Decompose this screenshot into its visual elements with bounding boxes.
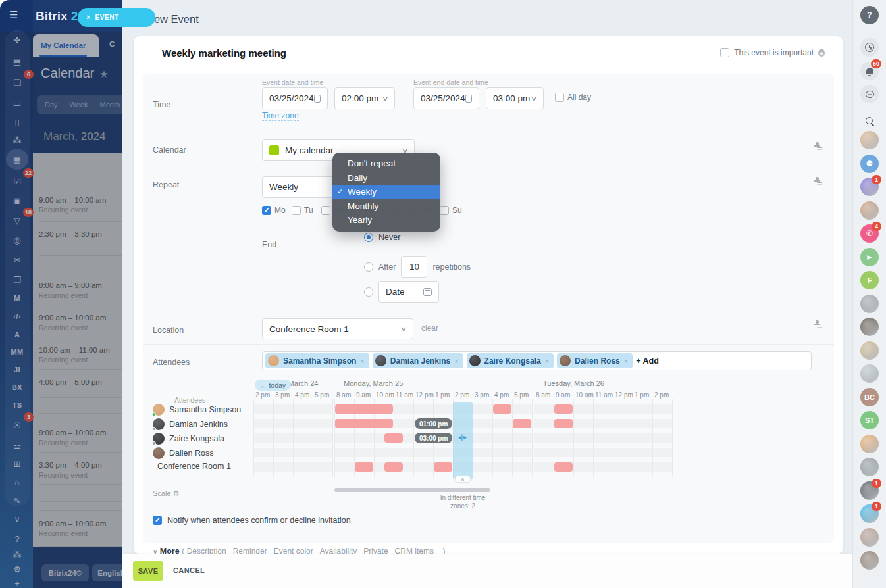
chat-icon[interactable] bbox=[860, 85, 879, 103]
selected-time-band[interactable] bbox=[453, 402, 473, 479]
avatar[interactable]: ⚉ bbox=[860, 155, 879, 173]
clock-icon[interactable] bbox=[860, 38, 879, 57]
avatar[interactable] bbox=[860, 341, 879, 360]
rail-item-tasks[interactable]: ☑22 bbox=[6, 172, 28, 189]
tab-my-calendar[interactable]: My Calendar bbox=[33, 34, 99, 57]
rail-item-sites[interactable]: ⌂ bbox=[6, 474, 28, 491]
avatar[interactable]: 1 bbox=[860, 504, 879, 523]
more-field-link[interactable]: Availability bbox=[320, 547, 357, 554]
rail-item-store[interactable]: ⊞ bbox=[6, 455, 28, 472]
avatar[interactable] bbox=[860, 458, 879, 476]
rail-item-workspace-mm[interactable]: MM bbox=[6, 343, 28, 360]
end-time-select[interactable]: 03:00 pm∨ bbox=[486, 87, 544, 109]
pin-icon[interactable] bbox=[814, 320, 821, 329]
repeat-option-daily[interactable]: Daily bbox=[332, 171, 440, 185]
important-checkbox[interactable] bbox=[720, 48, 729, 57]
weekday-mo[interactable]: Mo bbox=[262, 206, 286, 215]
scheduler-scrollbar[interactable] bbox=[334, 488, 490, 492]
rail-item-help[interactable]: ? bbox=[6, 530, 28, 547]
repeat-option-monthly[interactable]: Monthly bbox=[332, 199, 440, 214]
avatar-st[interactable]: ST bbox=[860, 411, 879, 429]
tab-company-calendar[interactable]: C bbox=[109, 40, 115, 48]
scale-control[interactable]: Scale ⚙ bbox=[153, 489, 179, 498]
rail-item-workspace-ts[interactable]: TS bbox=[6, 397, 28, 414]
attendee-chip[interactable]: Zaire Kongsala× bbox=[467, 353, 554, 368]
rail-item-feed[interactable]: ✣ bbox=[6, 32, 28, 49]
rail-item-sign[interactable]: ✎ bbox=[6, 492, 28, 509]
weekday-su[interactable]: Su bbox=[440, 206, 462, 215]
avatar[interactable] bbox=[860, 364, 879, 383]
agenda-event[interactable]: 8:00 am – 9:00 amRecurring event bbox=[39, 282, 118, 299]
attendee-chip[interactable]: Damian Jenkins× bbox=[373, 353, 463, 368]
all-day-checkbox[interactable] bbox=[555, 93, 564, 102]
agenda-event[interactable]: 10:00 am – 11:00 amRecurring event bbox=[39, 346, 118, 364]
search-icon[interactable] bbox=[860, 112, 879, 130]
avatar[interactable]: ► bbox=[860, 248, 879, 266]
avatar-bc[interactable]: BC bbox=[860, 388, 879, 406]
notify-checkbox[interactable] bbox=[153, 516, 162, 525]
agenda-event[interactable]: 2:30 pm – 3:30 pm bbox=[39, 230, 118, 238]
rail-item-workspace-a[interactable]: A bbox=[6, 326, 28, 343]
rail-item-contacts[interactable]: ▣ bbox=[6, 192, 28, 209]
rail-item-employees[interactable]: ⁂ bbox=[6, 132, 28, 149]
weekday-checkbox[interactable] bbox=[292, 206, 301, 215]
end-after-radio[interactable] bbox=[364, 262, 373, 272]
more-field-link[interactable]: Reminder bbox=[233, 547, 267, 554]
view-month[interactable]: Month bbox=[99, 101, 120, 109]
view-week[interactable]: Week bbox=[70, 101, 88, 109]
event-title[interactable]: Weekly marketing meeting bbox=[162, 47, 286, 59]
repetitions-input[interactable]: 10 bbox=[401, 256, 427, 278]
rail-item-workspace-bx[interactable]: BX bbox=[6, 379, 28, 396]
avatar[interactable]: 1 bbox=[860, 481, 879, 500]
rail-item-copilot[interactable]: ☉3 bbox=[6, 416, 28, 433]
attendee-chip[interactable]: Samantha Simpson× bbox=[265, 353, 369, 368]
location-select[interactable]: Conference Room 1∨ bbox=[262, 318, 413, 339]
avatar[interactable] bbox=[860, 131, 879, 149]
weekday-checkbox[interactable] bbox=[262, 206, 271, 215]
rail-item-marketing[interactable]: ◎ bbox=[6, 232, 28, 249]
rail-item-add[interactable]: + bbox=[6, 575, 28, 588]
start-date-input[interactable]: 03/25/2024 bbox=[262, 87, 328, 109]
remove-attendee-icon[interactable]: × bbox=[624, 357, 628, 365]
rail-item-automation[interactable]: ⚍ bbox=[6, 437, 28, 454]
rail-item-messenger[interactable]: ❏6 bbox=[6, 74, 28, 91]
cancel-button[interactable]: CANCEL bbox=[173, 566, 205, 574]
view-day[interactable]: Day bbox=[45, 101, 58, 109]
pin-icon[interactable] bbox=[814, 176, 821, 185]
rail-item-calendar[interactable]: ▦ bbox=[6, 149, 28, 170]
add-attendee-button[interactable]: + Add bbox=[636, 356, 659, 366]
attendees-field[interactable]: Samantha Simpson×Damian Jenkins×Zaire Ko… bbox=[262, 351, 812, 370]
agenda-event[interactable]: 9:00 am – 10:00 amRecurring event bbox=[39, 196, 118, 214]
language-button[interactable]: English bbox=[92, 564, 122, 581]
avatar[interactable] bbox=[860, 295, 879, 313]
drag-handle-icon[interactable]: ◂∥▸ bbox=[458, 433, 466, 441]
repeat-option-yearly[interactable]: Yearly bbox=[332, 213, 440, 228]
end-date-radio[interactable] bbox=[364, 287, 373, 297]
avatar[interactable]: 1 bbox=[860, 178, 879, 196]
new-event-button[interactable]: ×EVENT bbox=[78, 8, 155, 27]
avatar-f[interactable]: F bbox=[860, 271, 879, 289]
end-never-radio[interactable] bbox=[364, 233, 373, 242]
timezone-link[interactable]: Time zone bbox=[262, 111, 299, 121]
weekday-checkbox[interactable] bbox=[440, 206, 449, 215]
attendee-chip[interactable]: Dalien Ross× bbox=[557, 353, 633, 368]
remove-attendee-icon[interactable]: × bbox=[454, 357, 458, 365]
avatar[interactable] bbox=[860, 201, 879, 220]
avatar[interactable] bbox=[860, 551, 879, 570]
more-field-link[interactable]: Description bbox=[187, 547, 226, 554]
agenda-event[interactable]: 9:00 am – 10:00 amRecurring event bbox=[39, 314, 118, 331]
rail-item-collapse[interactable]: ∨ bbox=[6, 510, 28, 527]
close-icon[interactable]: × bbox=[86, 14, 90, 21]
end-on-date-input[interactable]: Date bbox=[378, 281, 439, 303]
repeat-option-weekly[interactable]: Weekly bbox=[332, 185, 440, 199]
collapse-chevron[interactable]: ∧ bbox=[455, 476, 471, 483]
more-field-link[interactable]: Private bbox=[363, 547, 388, 554]
rail-item-tasks-board[interactable]: ▤ bbox=[6, 53, 28, 70]
agenda-event[interactable]: 9:00 am – 10:00 amRecurring event bbox=[39, 429, 118, 447]
remove-attendee-icon[interactable]: × bbox=[545, 357, 549, 365]
favorite-star-icon[interactable]: ★ bbox=[99, 68, 108, 80]
avatar[interactable]: ✆4 bbox=[860, 224, 879, 243]
menu-icon[interactable]: ☰ bbox=[9, 9, 18, 21]
rail-item-crm-funnel[interactable]: ▽18 bbox=[6, 212, 28, 229]
rail-item-developer[interactable]: ‹/› bbox=[6, 308, 28, 325]
